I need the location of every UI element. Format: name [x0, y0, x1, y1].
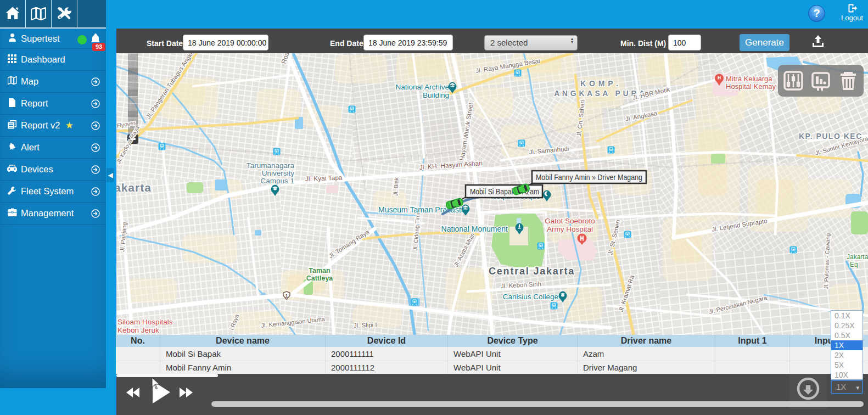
- svg-text:Jl. Biak: Jl. Biak: [392, 177, 400, 196]
- svg-text:A N G K A S A P U R A: A N G K A S A P U R A: [554, 89, 645, 98]
- svg-text:National Archive: National Archive: [395, 83, 449, 91]
- svg-text:Canisius College: Canisius College: [503, 293, 558, 301]
- svg-text:Mitra Keluarga: Mitra Keluarga: [726, 75, 772, 83]
- svg-text:akarta: akarta: [116, 181, 152, 194]
- svg-text:Jl. Slipi I: Jl. Slipi I: [354, 322, 377, 329]
- svg-text:Kebon Jeruk: Kebon Jeruk: [117, 326, 159, 334]
- svg-text:Army Hospital: Army Hospital: [547, 225, 593, 233]
- svg-text:Siloam Hospitals: Siloam Hospitals: [117, 318, 173, 326]
- svg-text:Eq: Eq: [850, 261, 858, 268]
- svg-text:University: University: [262, 169, 295, 177]
- svg-text:Campus 1: Campus 1: [260, 177, 294, 185]
- svg-text:National Monument: National Monument: [441, 225, 508, 233]
- svg-text:Hospital Kemay: Hospital Kemay: [726, 82, 776, 91]
- svg-text:Taman: Taman: [309, 267, 330, 274]
- svg-text:Building: Building: [423, 91, 449, 99]
- svg-text:Tarumanagara: Tarumanagara: [247, 161, 295, 170]
- svg-text:Central Jakarta: Central Jakarta: [489, 266, 575, 277]
- svg-text:Jl. Kyai Tapa: Jl. Kyai Tapa: [305, 174, 343, 183]
- svg-text:Mobil Fanny Amin » Driver Maga: Mobil Fanny Amin » Driver Magang: [536, 173, 642, 182]
- svg-text:Gatot Soebroto: Gatot Soebroto: [545, 217, 595, 225]
- svg-text:K O M P .: K O M P .: [580, 79, 619, 88]
- svg-text:1: 1: [285, 293, 288, 299]
- svg-text:Cattleya: Cattleya: [306, 274, 334, 282]
- svg-text:Jakarta: Jakarta: [847, 253, 868, 261]
